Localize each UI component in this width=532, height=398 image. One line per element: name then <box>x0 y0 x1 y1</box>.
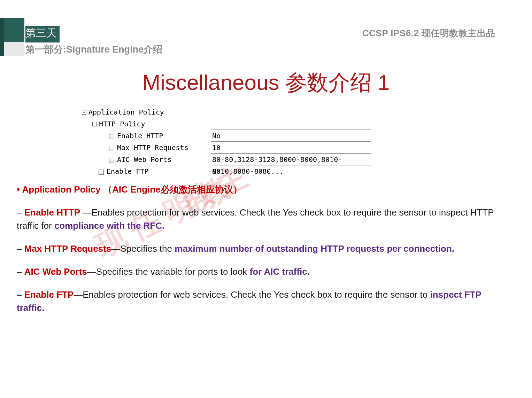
checkbox-icon[interactable] <box>109 158 114 163</box>
tree-value: 80-80,3128-3128,8000-8000,8010-8010,8080… <box>211 154 371 165</box>
property-panel: Application Policy HTTP Policy Enable HT… <box>82 106 371 177</box>
desc-max-http: —Specifies the <box>111 243 175 254</box>
tree-row-aic-ports: AIC Web Ports 80-80,3128-3128,8000-8000,… <box>82 154 371 165</box>
header-edge <box>0 18 4 56</box>
highlight-max: maximum number of outstanding HTTP reque… <box>175 243 454 254</box>
tree-row-enable-ftp: Enable FTP No <box>82 165 371 177</box>
tree-label: HTTP Policy <box>99 118 145 130</box>
bullet: • <box>17 184 22 195</box>
term-enable-http: Enable HTTP <box>24 207 83 218</box>
checkbox-icon[interactable] <box>109 146 114 151</box>
desc-enable-ftp: —Enables protection for web services. Ch… <box>74 289 430 300</box>
dash: – <box>17 266 24 277</box>
highlight-aic: for AIC traffic. <box>250 266 310 277</box>
tree-label: Application Policy <box>88 106 164 118</box>
dash: – <box>17 243 24 254</box>
para-max-http: – Max HTTP Requests—Specifies the maximu… <box>17 242 511 255</box>
collapse-icon[interactable] <box>82 110 86 115</box>
collapse-icon[interactable] <box>92 122 97 126</box>
para-app-policy: • Application Policy （AIC Engine必须激活相应协议… <box>17 183 511 196</box>
tree-value: No <box>211 130 371 142</box>
term-max-http: Max HTTP Requests <box>24 243 111 254</box>
para-enable-http: – Enable HTTP —Enables protection for we… <box>17 206 511 232</box>
tree-label: AIC Web Ports <box>117 154 172 165</box>
tree-row-http-policy: HTTP Policy <box>82 118 371 130</box>
dash: – <box>17 207 24 218</box>
app-policy-tail: 必须激活相应协议） <box>161 184 242 195</box>
checkbox-icon[interactable] <box>99 170 104 175</box>
para-enable-ftp: – Enable FTP—Enables protection for web … <box>17 288 511 314</box>
section-label: 第一部分:Signature Engine介绍 <box>25 43 162 56</box>
tree-label: Max HTTP Requests <box>117 142 188 154</box>
term-enable-ftp: Enable FTP <box>24 289 74 300</box>
tree-value: No <box>211 165 371 177</box>
checkbox-icon[interactable] <box>109 134 114 139</box>
term-aic-ports: AIC Web Ports <box>24 266 87 277</box>
slide-title: Miscellaneous 参数介绍 1 <box>0 68 532 97</box>
para-aic-ports: – AIC Web Ports—Specifies the variable f… <box>17 265 511 278</box>
tree-row-enable-http: Enable HTTP No <box>82 130 371 142</box>
highlight-rfc: compliance with the RFC. <box>54 220 164 231</box>
tree-value: 10 <box>211 142 371 154</box>
day-label: 第三天 <box>25 26 60 42</box>
course-label: CCSP IPS6.2 现任明教教主出品 <box>362 27 495 39</box>
desc-aic-ports: —Specifies the variable for ports to loo… <box>87 266 250 277</box>
tree-row-app-policy: Application Policy <box>82 106 371 118</box>
tree-label: Enable FTP <box>107 165 148 177</box>
dash: – <box>17 289 24 300</box>
app-policy-heading: Application Policy （AIC Engine <box>22 184 160 195</box>
tree-row-max-http: Max HTTP Requests 10 <box>82 142 371 154</box>
body-content: • Application Policy （AIC Engine必须激活相应协议… <box>17 183 511 324</box>
tree-label: Enable HTTP <box>117 130 163 142</box>
